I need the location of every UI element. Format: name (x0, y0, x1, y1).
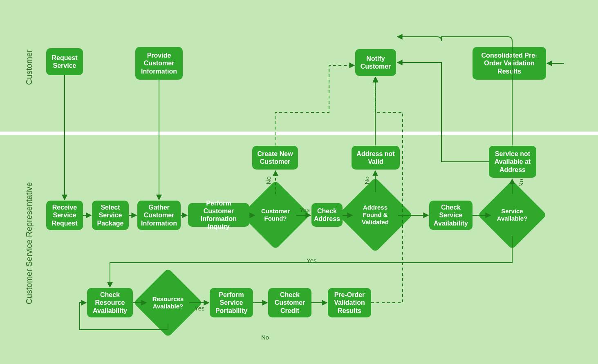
decision-resources-available-label: Resources Available? (143, 278, 193, 327)
edge-label-resources-no: No (261, 334, 269, 341)
edge-label-customer-found-yes: Yes (300, 206, 309, 213)
edge-label-customer-found-no: No (265, 176, 272, 184)
node-perform-customer-inquiry: Perform Customer Information Inquiry (188, 203, 249, 227)
lane-label-customer: Customer (25, 49, 34, 86)
node-service-not-available: Service not Available at Address (489, 146, 536, 178)
edge-label-service-yes: Yes (307, 257, 316, 264)
node-request-service: Request Service (46, 48, 83, 75)
node-select-service-package: Select Service Package (92, 201, 129, 230)
node-create-new-customer: Create New Customer (252, 146, 298, 170)
edge-label-service-no: No (517, 179, 524, 187)
node-check-service-availability: Check Service Availability (429, 201, 473, 230)
node-address-not-valid: Address not Valid (352, 146, 400, 170)
node-check-resource-availability: Check Resource Availability (87, 288, 133, 317)
lane-separator (0, 132, 598, 135)
node-consolidated-results: Consolidated Pre-Order Validation Result… (473, 47, 546, 80)
edge-label-resources-yes: Yes (195, 305, 204, 312)
node-check-address: Check Address (311, 203, 343, 227)
decision-address-found-label: Address Found & Validated (349, 188, 402, 241)
decision-address-found: Address Found & Validated (349, 188, 402, 241)
node-receive-service-request: Receive Service Request (46, 201, 83, 230)
flowchart-canvas: Customer Customer Service Representative… (0, 0, 598, 364)
decision-service-available: Service Available? (488, 190, 537, 239)
edge-label-address-no: No (363, 176, 370, 184)
node-perform-service-portability: Perform Service Portability (210, 288, 253, 317)
decision-resources-available: Resources Available? (143, 278, 193, 327)
node-notify-customer: Notify Customer (355, 49, 396, 76)
node-provide-customer-info: Provide Customer Information (135, 47, 183, 80)
node-preorder-validation-results: Pre-Order Validation Results (328, 288, 371, 317)
decision-customer-found-label: Customer Found? (251, 190, 300, 239)
node-check-customer-credit: Check Customer Credit (268, 288, 311, 317)
lane-label-csr: Customer Service Representative (25, 176, 34, 310)
node-gather-customer-info: Gather Customer Information (137, 201, 181, 230)
decision-service-available-label: Service Available? (488, 190, 537, 239)
decision-customer-found: Customer Found? (251, 190, 300, 239)
